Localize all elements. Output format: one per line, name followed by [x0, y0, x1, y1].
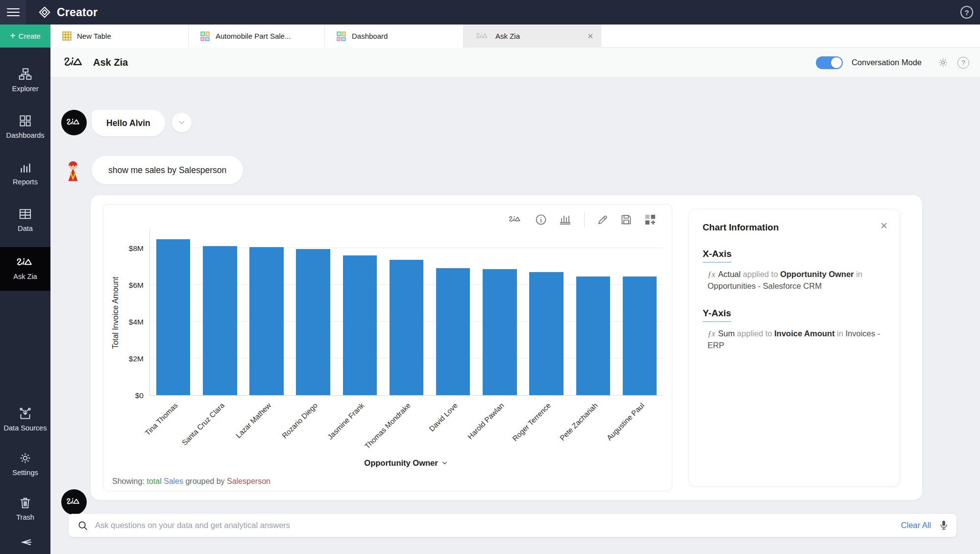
- ask-question-input[interactable]: [95, 521, 901, 530]
- expand-greeting-button[interactable]: [172, 113, 192, 132]
- dashboards-icon: [19, 114, 32, 127]
- y-axis-heading: Y-Axis: [703, 308, 731, 322]
- x-axis-title[interactable]: Opportunity Owner: [149, 458, 663, 468]
- bar-slot: Lazar Mathew: [243, 230, 290, 395]
- showing-dimension: Salesperson: [227, 477, 270, 485]
- bar-david-love[interactable]: [436, 268, 470, 395]
- sidebar-item-label: Reports: [13, 177, 38, 186]
- plus-icon: +: [10, 30, 16, 42]
- bar-lazar-mathew[interactable]: [249, 247, 283, 395]
- user-avatar: [63, 158, 83, 182]
- x-tick-label: Thomas Mondrake: [363, 401, 412, 450]
- bar-slot: Thomas Mondrake: [383, 230, 430, 395]
- toolbar-divider: [584, 212, 585, 227]
- tab-bar: + Create New Table Automobile Part Sale.…: [0, 25, 980, 48]
- conversation-mode-toggle[interactable]: [816, 56, 843, 69]
- bar-slot: Roger Terrence: [523, 230, 570, 395]
- bar-roger-terrence[interactable]: [529, 272, 563, 395]
- help-icon[interactable]: ?: [957, 57, 969, 69]
- x-axis-heading: X-Axis: [703, 249, 732, 263]
- bar-jasmine-frank[interactable]: [343, 255, 377, 395]
- close-icon[interactable]: ✕: [880, 220, 888, 231]
- y-tick-label: $6M: [118, 281, 144, 290]
- create-button-label: Create: [19, 32, 41, 40]
- data-table-icon: [19, 207, 32, 221]
- response-card: Total Invoice Amount $0$2M$4M$6M$8M Tina…: [91, 195, 922, 500]
- sidebar-item-explorer[interactable]: Explorer: [0, 60, 50, 101]
- assistant-greeting-bubble: Hello Alvin: [92, 110, 165, 136]
- clear-all-link[interactable]: Clear All: [901, 521, 931, 530]
- data-sources-icon: [19, 407, 32, 420]
- sidebar-item-label: Explorer: [12, 84, 39, 93]
- bar-slot: Augustine Paul: [616, 230, 663, 395]
- tab-automobile-part-sale[interactable]: Automobile Part Sale...: [189, 25, 325, 48]
- user-message-bubble: show me sales by Salesperson: [92, 156, 243, 184]
- x-tick-label: Roger Terrence: [511, 401, 552, 443]
- zia-insights-button[interactable]: [508, 215, 523, 224]
- tab-dashboard[interactable]: Dashboard: [325, 25, 464, 48]
- collapse-sidebar-button[interactable]: [0, 533, 50, 552]
- sidebar-item-reports[interactable]: Reports: [0, 153, 50, 194]
- app-tiles-icon: [200, 31, 210, 41]
- x-axis-title-label: Opportunity Owner: [364, 458, 438, 468]
- x-axis-description: ƒxActual applied to Opportunity Owner in…: [708, 269, 886, 292]
- showing-summary: Showing: total Sales grouped by Salesper…: [112, 477, 270, 486]
- y-axis-ticks: $0$2M$4M$6M$8M: [118, 230, 144, 396]
- microphone-icon[interactable]: [939, 520, 949, 531]
- chart-information-panel: Chart Information ✕ X-Axis ƒxActual appl…: [688, 209, 900, 486]
- bar-thomas-mondrake[interactable]: [390, 260, 423, 395]
- zia-logo-icon: [63, 56, 86, 70]
- reports-icon: [19, 161, 32, 174]
- close-icon[interactable]: ✕: [587, 32, 593, 41]
- info-button[interactable]: [535, 214, 547, 226]
- zia-icon: [475, 32, 490, 41]
- hamburger-menu-icon[interactable]: [0, 0, 26, 25]
- search-icon: [77, 520, 88, 531]
- sidebar-item-label: Ask Zia: [13, 272, 37, 281]
- sidebar-item-label: Data Sources: [4, 424, 47, 432]
- showing-measure-prefix: total: [147, 477, 161, 485]
- x-tick-label: Lazar Mathew: [234, 401, 272, 440]
- brand: Creator: [38, 0, 98, 25]
- bar-rozario-diego[interactable]: [296, 249, 330, 395]
- showing-label: Showing:: [112, 477, 145, 485]
- tab-new-table[interactable]: New Table: [50, 25, 189, 48]
- bar-slot: Harold Pawlan: [476, 230, 523, 395]
- app-title: Creator: [57, 6, 98, 19]
- zia-avatar: [61, 489, 87, 515]
- chart-type-button[interactable]: [559, 214, 572, 226]
- chart-card: Total Invoice Amount $0$2M$4M$6M$8M Tina…: [103, 204, 672, 491]
- chart-toolbar: [508, 212, 656, 227]
- bar-tina-thomas[interactable]: [156, 239, 190, 395]
- create-button[interactable]: + Create: [0, 25, 50, 48]
- sidebar-item-settings[interactable]: Settings: [0, 444, 50, 484]
- y-tick-label: $0: [118, 391, 144, 400]
- bar-pete-zachariah[interactable]: [576, 277, 610, 395]
- save-button[interactable]: [620, 214, 632, 226]
- gear-icon: [19, 452, 32, 465]
- tab-ask-zia[interactable]: Ask Zia ✕: [464, 25, 601, 48]
- bar-harold-pawlan[interactable]: [483, 269, 516, 395]
- tab-label: New Table: [77, 32, 111, 40]
- y-tick-label: $2M: [118, 354, 144, 363]
- edit-button[interactable]: [597, 214, 608, 226]
- bar-slot: Pete Zachariah: [570, 230, 616, 395]
- bar-santa-cruz-clara[interactable]: [203, 246, 237, 395]
- tab-label: Ask Zia: [495, 32, 520, 40]
- x-tick-label: Harold Pawlan: [466, 401, 506, 441]
- table-icon: [62, 31, 72, 41]
- sidebar-item-trash[interactable]: Trash: [0, 489, 50, 529]
- sidebar-item-ask-zia[interactable]: Ask Zia: [0, 247, 50, 291]
- top-bar: Creator ?: [0, 0, 980, 25]
- add-to-dashboard-button[interactable]: [644, 214, 656, 226]
- sidebar-item-data[interactable]: Data: [0, 200, 50, 240]
- help-icon[interactable]: ?: [960, 6, 973, 19]
- page-title: Ask Zia: [93, 57, 128, 68]
- sidebar-item-dashboards[interactable]: Dashboards: [0, 107, 50, 147]
- app-tiles-icon: [337, 31, 346, 41]
- zia-avatar: [61, 110, 87, 135]
- sidebar-item-data-sources[interactable]: Data Sources: [0, 400, 50, 440]
- gear-icon[interactable]: [937, 57, 949, 68]
- bar-augustine-paul[interactable]: [623, 277, 657, 395]
- conversation-mode-label: Conversation Mode: [852, 58, 922, 67]
